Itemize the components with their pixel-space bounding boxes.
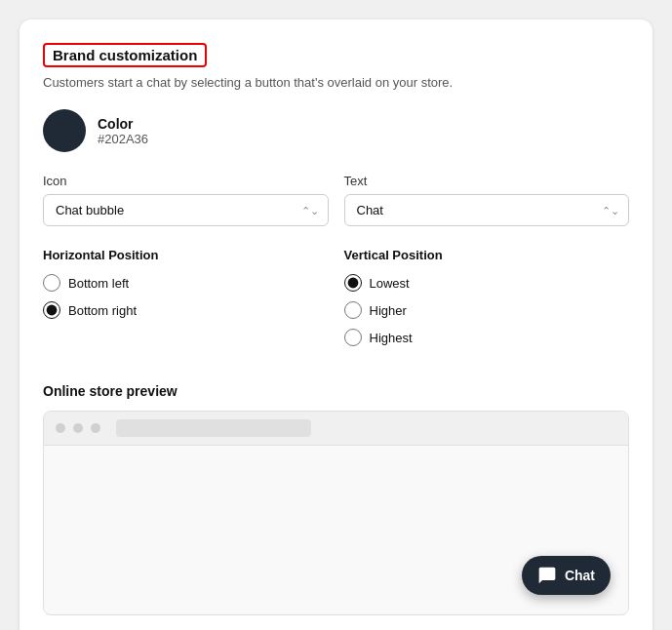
preview-label: Online store preview <box>43 383 629 399</box>
chat-widget-text: Chat <box>565 568 595 583</box>
text-dropdown-label: Text <box>344 174 630 188</box>
subtitle: Customers start a chat by selecting a bu… <box>43 75 629 90</box>
radio-lowest[interactable]: Lowest <box>344 274 630 292</box>
radio-highest[interactable]: Highest <box>344 329 630 346</box>
browser-url-bar <box>116 419 311 437</box>
color-hex: #202A36 <box>98 132 148 146</box>
icon-select-wrapper: Chat bubble Chat dots Chat lines <box>43 194 329 226</box>
radio-higher-input[interactable] <box>344 301 362 319</box>
radio-highest-input[interactable] <box>344 329 362 346</box>
browser-dot-1 <box>56 423 65 433</box>
browser-bar <box>44 412 628 446</box>
radio-bottom-right[interactable]: Bottom right <box>43 301 329 319</box>
vertical-position-label: Vertical Position <box>344 248 630 262</box>
dropdowns-row: Icon Chat bubble Chat dots Chat lines Te… <box>43 174 629 226</box>
radio-bottom-left-input[interactable] <box>43 274 60 292</box>
browser-dot-2 <box>73 423 83 433</box>
icon-select[interactable]: Chat bubble Chat dots Chat lines <box>43 194 329 226</box>
radio-lowest-input[interactable] <box>344 274 362 292</box>
vertical-position-group: Vertical Position Lowest Higher Highest <box>344 248 630 356</box>
color-swatch[interactable] <box>43 109 86 152</box>
preview-browser: Chat <box>43 411 629 615</box>
radio-bottom-left-label: Bottom left <box>68 276 129 291</box>
text-select-wrapper: Chat Help Support Talk to us <box>344 194 630 226</box>
color-label: Color <box>98 116 148 132</box>
brand-customization-card: Brand customization Customers start a ch… <box>20 20 652 630</box>
chat-bubble-icon <box>537 566 557 585</box>
horizontal-position-group: Horizontal Position Bottom left Bottom r… <box>43 248 329 356</box>
positions-row: Horizontal Position Bottom left Bottom r… <box>43 248 629 356</box>
radio-higher[interactable]: Higher <box>344 301 630 319</box>
radio-bottom-right-label: Bottom right <box>68 303 137 318</box>
preview-section: Online store preview Chat <box>43 383 629 615</box>
horizontal-position-label: Horizontal Position <box>43 248 329 262</box>
browser-dot-3 <box>91 423 100 433</box>
radio-bottom-right-input[interactable] <box>43 301 60 319</box>
section-title: Brand customization <box>43 43 207 67</box>
radio-bottom-left[interactable]: Bottom left <box>43 274 329 292</box>
text-dropdown-group: Text Chat Help Support Talk to us <box>344 174 630 226</box>
radio-lowest-label: Lowest <box>370 276 410 291</box>
text-select[interactable]: Chat Help Support Talk to us <box>344 194 630 226</box>
radio-higher-label: Higher <box>370 303 407 318</box>
browser-content: Chat <box>44 446 628 612</box>
icon-dropdown-group: Icon Chat bubble Chat dots Chat lines <box>43 174 329 226</box>
chat-widget-preview[interactable]: Chat <box>522 556 611 595</box>
radio-highest-label: Highest <box>370 331 413 345</box>
color-row[interactable]: Color #202A36 <box>43 109 629 152</box>
icon-dropdown-label: Icon <box>43 174 329 188</box>
